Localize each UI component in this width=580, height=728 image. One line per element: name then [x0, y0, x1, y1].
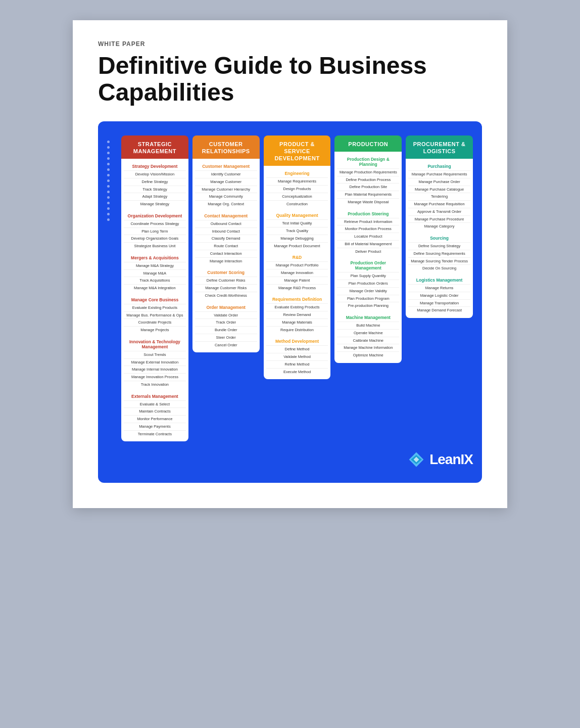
- capability-item: Manage Debugging: [266, 235, 328, 242]
- capability-item: Manage Returns: [408, 284, 470, 292]
- leanix-text: LeanIX: [429, 451, 473, 468]
- capability-item: Pre-production Planning: [337, 302, 399, 309]
- capability-item: Refine Method: [266, 360, 328, 368]
- capability-item: Manage Customer Risks: [195, 284, 257, 292]
- capability-group: Mergers & AcquisitionsManage M&A Strateg…: [124, 253, 186, 292]
- group-title: Organization Development: [124, 211, 186, 220]
- capability-item: Manage Logistic Order: [408, 292, 470, 299]
- decorative-dot: [107, 163, 110, 165]
- capability-item: Define Strategy: [124, 178, 186, 186]
- group-title: Manage Core Business: [124, 295, 186, 304]
- decorative-dot: [107, 168, 110, 171]
- capability-item: Adapt Strategy: [124, 193, 186, 200]
- blue-section: STRATEGIC MANAGEMENTStrategy Development…: [98, 121, 482, 483]
- capability-item: Plan Production Program: [337, 295, 399, 302]
- leanix-logo: LeanIX: [107, 450, 473, 469]
- capability-group: Quality ManagementTest Initial QualityTr…: [266, 211, 328, 249]
- capability-item: Develop Organization Goals: [124, 235, 186, 242]
- capability-item: Manage External Innovation: [124, 358, 186, 366]
- group-title: Requirements Definition: [266, 295, 328, 303]
- capability-item: Require Distribution: [266, 326, 328, 334]
- capability-item: Manage Purchase Order: [408, 178, 470, 186]
- decorative-dot: [107, 196, 110, 199]
- capability-item: Manage Payments: [124, 423, 186, 430]
- decorative-dot: [107, 141, 110, 143]
- decorative-dot: [107, 202, 110, 204]
- capability-group: Manage Core BusinessEvaluate Existing Pr…: [124, 295, 186, 334]
- capability-item: Track Acquisitions: [124, 277, 186, 284]
- decorative-dot: [107, 185, 110, 188]
- capability-item: Bundle Order: [195, 326, 257, 334]
- capability-item: Plan Long Term: [124, 228, 186, 235]
- capability-item: Classify Demand: [195, 235, 257, 242]
- capability-item: Manage Purchase Requisition: [408, 200, 470, 208]
- capability-group: Production Order ManagementPlan Supply Q…: [337, 258, 399, 309]
- white-paper-label: WHITE PAPER: [98, 40, 482, 48]
- capability-group: Order ManagementValidate OrderTrack Orde…: [195, 303, 257, 349]
- capability-group: Machine ManagementBuild MachineOperate M…: [337, 313, 399, 359]
- decorative-dot: [107, 157, 110, 160]
- capability-item: Manage Category: [408, 222, 470, 230]
- capability-item: Define Sourcing Requirements: [408, 250, 470, 257]
- column-procurement: PROCUREMENT & LOGISTICSPurchasingManage …: [406, 135, 473, 318]
- capability-item: Decide On Sourcing: [408, 264, 470, 272]
- capability-item: Manage Community: [195, 193, 257, 200]
- capability-item: Test Initial Quality: [266, 219, 328, 227]
- capability-item: Conceptualization: [266, 193, 328, 200]
- capability-item: Plan Supply Quantity: [337, 272, 399, 280]
- capability-item: Manage Production Requirements: [337, 168, 399, 176]
- capability-group: Production Design & PlanningManage Produ…: [337, 155, 399, 206]
- capability-group: Innovation & Technology ManagementScout …: [124, 337, 186, 388]
- capability-item: Define Method: [266, 345, 328, 353]
- capability-item: Maintain Contracts: [124, 407, 186, 415]
- dot-column: [107, 135, 116, 221]
- capability-item: Manage M&A: [124, 269, 186, 277]
- capability-item: Deliver Product: [337, 248, 399, 255]
- col-body-product: EngineeringManage RequirementsDesign Pro…: [264, 166, 331, 379]
- decorative-dot: [107, 191, 110, 193]
- col-header-procurement: PROCUREMENT & LOGISTICS: [406, 135, 473, 159]
- capability-item: Monitor Production Process: [337, 225, 399, 233]
- group-title: Strategy Development: [124, 162, 186, 170]
- capability-item: Approve & Transmit Order: [408, 208, 470, 215]
- column-strategic: STRATEGIC MANAGEMENTStrategy Development…: [121, 135, 188, 442]
- group-title: Machine Management: [337, 313, 399, 322]
- capability-group: Customer ScoringDefine Customer RisksMan…: [195, 268, 257, 299]
- capability-item: Manage Internal Innovation: [124, 366, 186, 373]
- capability-item: Manage Innovation: [266, 269, 328, 277]
- capability-item: Retrieve Product Information: [337, 218, 399, 225]
- group-title: Order Management: [195, 303, 257, 311]
- capability-item: Monitor Performance: [124, 415, 186, 423]
- group-title: R&D: [266, 253, 328, 261]
- capability-group: Production SteeringRetrieve Product Info…: [337, 209, 399, 255]
- capability-item: Scout Trends: [124, 351, 186, 358]
- capability-item: Track Order: [195, 318, 257, 326]
- capability-item: Track Innovation: [124, 381, 186, 388]
- page: WHITE PAPER Definitive Guide to Business…: [73, 20, 507, 508]
- capability-item: Track Quality: [266, 227, 328, 235]
- capability-item: Operate Machine: [337, 329, 399, 337]
- group-title: Customer Management: [195, 162, 257, 170]
- capability-item: Manage Purchase Procedure: [408, 215, 470, 223]
- capability-group: Contact ManagementOutbound ContactInboun…: [195, 211, 257, 265]
- capability-item: Manage Interaction: [195, 257, 257, 265]
- column-product: PRODUCT & SERVICE DEVELOPMENTEngineering…: [264, 135, 331, 380]
- capability-item: Strategize Business Unit: [124, 242, 186, 250]
- decorative-dot: [107, 152, 110, 154]
- capability-item: Track Strategy: [124, 186, 186, 193]
- capability-item: Plan Production Orders: [337, 280, 399, 287]
- capability-group: Customer ManagementIdentify CustomerMana…: [195, 162, 257, 208]
- decorative-dot: [107, 179, 110, 182]
- column-customer: CUSTOMER RELATIONSHIPSCustomer Managemen…: [192, 135, 260, 353]
- col-body-customer: Customer ManagementIdentify CustomerMana…: [192, 159, 260, 352]
- capability-group: Externals ManagementEvaluate & SelectMai…: [124, 392, 186, 438]
- capability-item: Manage M&A Strategy: [124, 262, 186, 269]
- capability-item: Contact Interaction: [195, 250, 257, 257]
- capability-item: Build Machine: [337, 322, 399, 329]
- leanix-diamond-icon: [407, 450, 425, 469]
- capability-group: Requirements DefinitionEvaluate Existing…: [266, 295, 328, 333]
- capability-item: Route Contact: [195, 242, 257, 250]
- capability-item: Manage Purchase Catalogue: [408, 186, 470, 193]
- column-production: PRODUCTIONProduction Design & PlanningMa…: [334, 135, 402, 363]
- capability-item: Identify Customer: [195, 170, 257, 178]
